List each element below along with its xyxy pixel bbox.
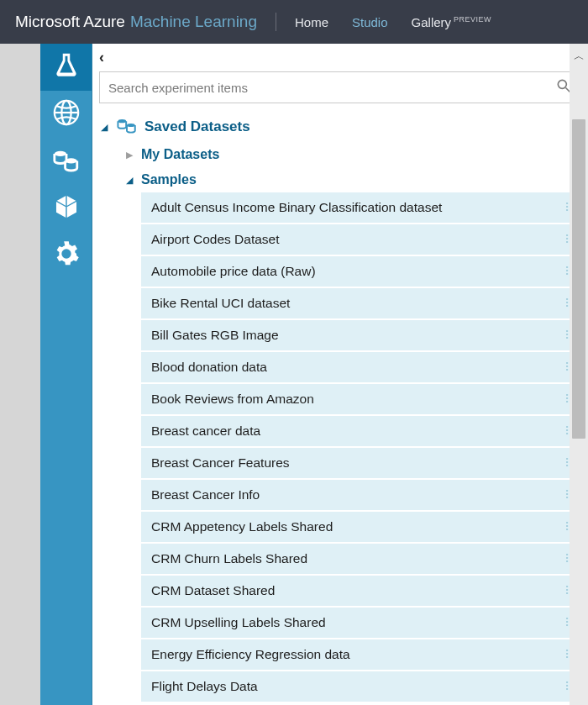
dataset-item[interactable]: CRM Upselling Labels Shared⠿ xyxy=(141,608,581,638)
dataset-item[interactable]: Adult Census Income Binary Classificatio… xyxy=(141,192,581,223)
search-box[interactable] xyxy=(99,71,581,103)
dataset-item-label: Breast cancer data xyxy=(151,424,260,439)
dataset-item-label: CRM Dataset Shared xyxy=(151,583,275,598)
main-panel: ‹ ◢ Saved Datasets xyxy=(92,44,588,705)
dataset-item[interactable]: Blood donation data⠿ xyxy=(141,352,581,382)
tree-node-my-datasets[interactable]: ▶ My Datasets xyxy=(126,142,588,167)
brand-ml: Machine Learning xyxy=(130,13,257,31)
globe-icon xyxy=(52,98,81,130)
dataset-item[interactable]: Breast cancer data⠿ xyxy=(141,416,581,446)
dataset-item[interactable]: Energy Efficiency Regression data⠿ xyxy=(141,639,581,670)
caret-right-icon[interactable]: ▶ xyxy=(126,150,134,160)
database-icon xyxy=(116,117,138,137)
dataset-item-label: CRM Appetency Labels Shared xyxy=(151,519,333,534)
gear-icon xyxy=(52,239,81,271)
tree-node-samples[interactable]: ◢ Samples xyxy=(126,167,588,192)
svg-point-4 xyxy=(65,158,76,163)
dataset-item[interactable]: CRM Dataset Shared⠿ xyxy=(141,576,581,606)
dataset-item[interactable]: Bike Rental UCI dataset⠿ xyxy=(141,288,581,318)
scroll-track[interactable] xyxy=(570,69,588,705)
collapse-panel-icon[interactable]: ‹ xyxy=(92,44,588,68)
tree-label: Saved Datasets xyxy=(144,118,250,135)
dataset-item-label: Blood donation data xyxy=(151,360,267,375)
dataset-item[interactable]: CRM Churn Labels Shared⠿ xyxy=(141,544,581,574)
brand-azure: Microsoft Azure xyxy=(15,13,125,31)
svg-point-7 xyxy=(118,119,126,123)
dataset-item[interactable]: Bill Gates RGB Image⠿ xyxy=(141,320,581,350)
scroll-thumb[interactable] xyxy=(572,119,585,439)
dataset-item[interactable]: Breast Cancer Features⠿ xyxy=(141,448,581,478)
dataset-list: Adult Census Income Binary Classificatio… xyxy=(141,192,581,705)
dataset-item[interactable]: CRM Appetency Labels Shared⠿ xyxy=(141,512,581,542)
dataset-item[interactable]: Breast Cancer Info⠿ xyxy=(141,480,581,510)
dataset-item-label: Energy Efficiency Regression data xyxy=(151,647,350,662)
dataset-item-label: Bill Gates RGB Image xyxy=(151,328,279,343)
caret-down-icon[interactable]: ◢ xyxy=(126,175,134,186)
dataset-item-label: Breast Cancer Info xyxy=(151,487,260,502)
dataset-item[interactable]: Automobile price data (Raw)⠿ xyxy=(141,256,581,287)
search-wrap xyxy=(92,68,588,112)
topbar-divider xyxy=(276,13,276,31)
tree-label: Samples xyxy=(141,172,197,187)
search-input[interactable] xyxy=(108,81,555,95)
nav-home[interactable]: Home xyxy=(295,15,328,29)
beaker-icon xyxy=(52,51,81,83)
dataset-item-label: Airport Codes Dataset xyxy=(151,232,280,247)
top-nav: Home Studio GalleryPREVIEW xyxy=(295,15,491,29)
scroll-up-icon[interactable]: ︿ xyxy=(574,44,585,69)
dataset-item-label: CRM Churn Labels Shared xyxy=(151,551,307,566)
caret-down-icon[interactable]: ◢ xyxy=(101,122,109,133)
svg-point-5 xyxy=(558,80,566,88)
dataset-item[interactable]: Book Reviews from Amazon⠿ xyxy=(141,384,581,414)
dataset-item[interactable]: Flight Delays Data⠿ xyxy=(141,671,581,702)
svg-point-8 xyxy=(127,124,135,127)
tree-node-saved-datasets[interactable]: ◢ Saved Datasets xyxy=(101,112,588,142)
sidebar-item-datasets[interactable] xyxy=(40,138,92,185)
sidebar-item-web[interactable] xyxy=(40,91,92,138)
tree-label: My Datasets xyxy=(141,147,219,162)
dataset-item-label: Breast Cancer Features xyxy=(151,455,290,471)
dataset-item-label: Bike Rental UCI dataset xyxy=(151,296,290,311)
dataset-item[interactable]: Airport Codes Dataset⠿ xyxy=(141,224,581,255)
dataset-item-label: Book Reviews from Amazon xyxy=(151,392,314,407)
top-bar: Microsoft Azure Machine Learning Home St… xyxy=(0,0,588,44)
nav-studio[interactable]: Studio xyxy=(352,15,388,29)
sidebar-item-models[interactable] xyxy=(40,185,92,232)
nav-gallery[interactable]: GalleryPREVIEW xyxy=(412,15,492,29)
dataset-item-label: Automobile price data (Raw) xyxy=(151,264,316,279)
dataset-item-label: Adult Census Income Binary Classificatio… xyxy=(151,200,442,215)
tree: ◢ Saved Datasets ▶ My Datasets ◢ xyxy=(92,112,588,705)
dataset-item-label: CRM Upselling Labels Shared xyxy=(151,615,326,630)
cube-icon xyxy=(52,192,81,224)
scrollbar[interactable]: ︿ xyxy=(570,44,588,705)
database-icon xyxy=(52,145,81,177)
svg-point-3 xyxy=(54,151,66,156)
sidebar xyxy=(40,44,92,705)
sidebar-item-experiments[interactable] xyxy=(40,44,92,91)
workspace: ‹ ◢ Saved Datasets xyxy=(40,44,588,705)
dataset-item-label: Flight Delays Data xyxy=(151,679,258,694)
sidebar-item-settings[interactable] xyxy=(40,232,92,279)
preview-badge: PREVIEW xyxy=(454,15,491,24)
